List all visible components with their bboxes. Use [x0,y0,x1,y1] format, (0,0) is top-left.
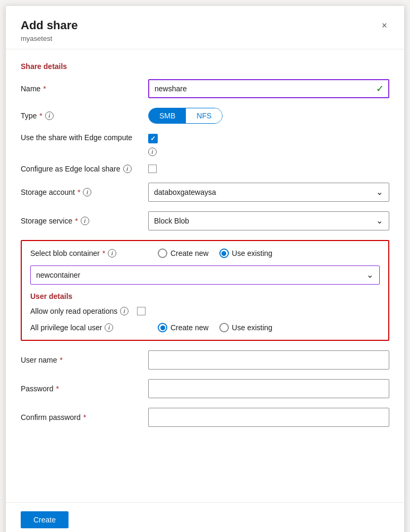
storage-service-label: Storage service * i [21,217,148,225]
dialog-footer: Create [6,502,404,532]
name-valid-icon: ✓ [376,83,384,95]
storage-service-dropdown[interactable]: Block Blob [148,211,389,230]
name-row: Name * ✓ [21,79,389,98]
all-privilege-label: All privilege local user i [30,323,158,332]
blob-create-new-radio[interactable] [158,248,167,258]
type-row: Type * i SMB NFS [21,108,389,124]
dialog-header: Add share myasetest × [6,6,404,49]
privilege-create-new-option[interactable]: Create new [158,323,209,332]
storage-service-dropdown-wrapper: Block Blob [148,211,389,230]
username-input-wrapper [148,350,389,370]
edge-local-checkbox[interactable] [148,165,157,173]
username-label: User name * [21,356,148,364]
container-dropdown[interactable]: newcontainer [30,265,380,285]
allow-read-info-icon[interactable]: i [120,307,129,315]
add-share-dialog: Add share myasetest × Share details Name… [5,5,405,532]
privilege-use-existing-option[interactable]: Use existing [219,323,272,332]
name-label: Name * [21,84,148,93]
blob-use-existing-label: Use existing [232,249,272,258]
privilege-create-new-radio[interactable] [158,323,167,332]
privilege-use-existing-label: Use existing [232,323,272,332]
username-row: User name * [21,350,389,370]
allow-read-row: Allow only read operations i [30,307,380,315]
username-required-star: * [59,356,62,364]
confirm-password-input[interactable] [148,408,389,427]
confirm-password-label: Confirm password * [21,413,148,422]
type-required-star: * [39,111,42,120]
storage-account-info-icon[interactable]: i [83,188,91,196]
blob-info-icon[interactable]: i [108,249,116,258]
share-details-section-label: Share details [21,62,389,71]
nfs-option[interactable]: NFS [186,108,222,123]
confirm-password-input-wrapper [148,408,389,427]
edge-compute-label: Use the share with Edge compute [21,133,148,142]
smb-option[interactable]: SMB [149,108,186,123]
storage-account-row: Storage account * i databoxgatewaysa [21,183,389,202]
blob-create-new-label: Create new [170,249,209,258]
blob-use-existing-option[interactable]: Use existing [219,248,272,258]
edge-compute-checkbox-wrapper [148,133,158,143]
edge-compute-info-subrow: i [21,148,389,156]
blob-container-row: Select blob container * i Create new Use… [30,248,380,258]
privilege-create-new-label: Create new [170,323,209,332]
type-toggle: SMB NFS [148,108,223,124]
user-details-label: User details [30,292,380,301]
name-input[interactable] [148,79,389,98]
password-row: Password * [21,379,389,398]
storage-account-required-star: * [78,188,80,196]
edge-compute-info-icon[interactable]: i [148,148,157,156]
storage-account-dropdown[interactable]: databoxgatewaysa [148,183,389,202]
type-label: Type * i [21,111,148,120]
storage-service-info-icon[interactable]: i [81,217,89,225]
dialog-title: Add share [21,19,78,32]
username-input[interactable] [148,350,389,370]
all-privilege-radio-group: Create new Use existing [158,323,272,332]
container-dropdown-wrapper: newcontainer [30,265,380,285]
edge-local-label: Configure as Edge local share i [21,165,148,173]
name-input-wrapper: ✓ [148,79,389,98]
highlighted-section: Select blob container * i Create new Use… [21,240,389,341]
privilege-use-existing-radio[interactable] [219,323,229,332]
storage-service-required-star: * [75,217,78,225]
edge-compute-checkbox[interactable] [148,134,158,143]
type-info-icon[interactable]: i [45,111,54,120]
storage-account-dropdown-wrapper: databoxgatewaysa [148,183,389,202]
blob-container-label: Select blob container * i [30,249,158,258]
blob-use-existing-radio[interactable] [219,248,229,258]
all-privilege-row: All privilege local user i Create new Us… [30,323,380,332]
type-toggle-group: SMB NFS [148,108,389,124]
storage-account-label: Storage account * i [21,188,148,196]
password-input-wrapper [148,379,389,398]
header-text-group: Add share myasetest [21,19,78,42]
confirm-password-required-star: * [83,413,86,422]
allow-read-checkbox[interactable] [137,307,146,315]
password-input[interactable] [148,379,389,398]
confirm-password-row: Confirm password * [21,408,389,427]
close-button[interactable]: × [379,19,389,32]
name-required-star: * [43,84,46,93]
password-label: Password * [21,384,148,393]
all-privilege-info-icon[interactable]: i [105,323,113,332]
dialog-subtitle: myasetest [21,35,78,42]
edge-local-row: Configure as Edge local share i [21,165,389,173]
dialog-body: Share details Name * ✓ Type * i SMB NF [6,49,404,502]
edge-compute-row: Use the share with Edge compute [21,133,389,143]
edge-local-info-icon[interactable]: i [123,165,132,173]
blob-create-new-option[interactable]: Create new [158,248,209,258]
allow-read-label: Allow only read operations i [30,307,129,315]
blob-container-radio-group: Create new Use existing [158,248,272,258]
blob-required-star: * [102,249,105,258]
storage-service-row: Storage service * i Block Blob [21,211,389,230]
create-button[interactable]: Create [21,511,69,528]
container-dropdown-row: newcontainer [30,265,380,285]
password-required-star: * [56,384,58,393]
